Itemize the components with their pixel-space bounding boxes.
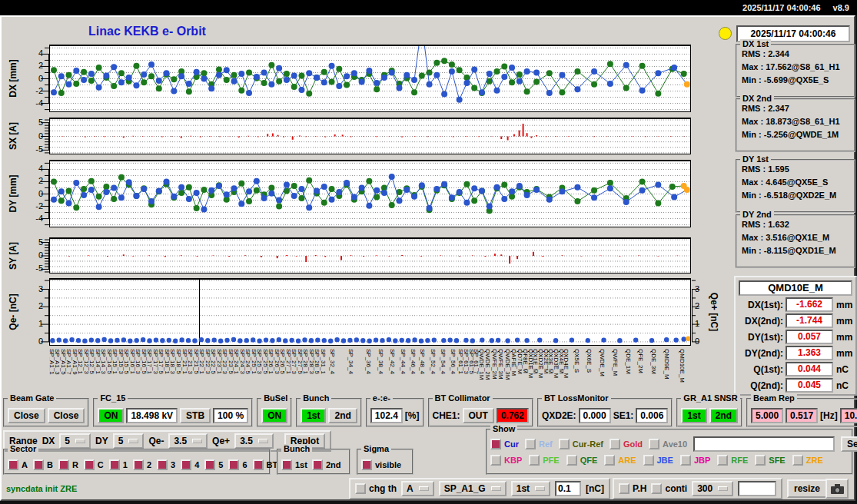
snsr-2nd-button[interactable]: 2nd [709,408,738,423]
checkbox-label: 3 [171,460,175,469]
monitor-value: 0.057 [786,330,833,344]
monitor-row: DX(2nd):-1.744mm [736,313,853,328]
stat-min: Min : -5.256@QWDE_1M [742,130,854,139]
stat-min: Min : -6.518@QXD2E_M [742,191,854,200]
busel-title: BuSel [261,393,290,403]
checkbox-ave10[interactable]: Ave10 [649,439,687,449]
checkbox-pfe[interactable]: PFE [529,455,559,466]
checkbox-label: JBE [657,456,673,465]
bunch-select-group: Bunch 1st 2nd [296,398,362,427]
checkbox-5[interactable]: 5 [204,459,223,470]
checkbox-1st[interactable]: 1st [281,459,307,470]
y-axis-label: SX [A] [2,118,25,154]
checkbox-jbe[interactable]: JBE [643,455,673,466]
optionmenu-indicator-icon [535,486,545,491]
bt-collimator-group: BT Collimator CHE1: OUT 0.762 [428,398,533,427]
y-axis-tick: 4 [23,48,43,58]
checkbox-indicator-icon [792,455,803,466]
count-select[interactable]: 300 [692,481,733,496]
conti-label: conti [665,483,687,494]
ee-ratio-title: e-:e- [370,393,393,403]
se1-label: SE1: [613,410,634,421]
checkbox-indicator-icon [355,483,366,494]
checkbox-label: KBP [504,456,522,465]
monitor-row-label: Q(2nd): [736,380,783,391]
checkbox-6[interactable]: 6 [228,459,247,470]
x-axis-label: QDE_1M [625,349,632,374]
busel-on-button[interactable]: ON [261,408,287,423]
checkbox-conti[interactable]: conti [651,483,687,494]
monitor-value: -1.744 [786,313,833,328]
ref-file-input[interactable] [693,436,835,452]
set-ref-button[interactable]: Set Ref [841,436,857,452]
checkbox-c[interactable]: C [84,459,104,470]
snapshot-button[interactable] [825,479,849,499]
bunch-order-select[interactable]: 1st [511,481,550,496]
fc15-on-button[interactable]: ON [98,408,124,423]
checkbox-kbp[interactable]: KBP [490,455,522,466]
checkbox-zre[interactable]: ZRE [792,455,823,466]
count-input[interactable] [738,481,776,496]
acquisition-panel: P.H conti 300 [613,478,782,499]
titlebar-datetime: 2025/11/17 04:00:46 [742,3,821,12]
checkbox-jbp[interactable]: JBP [680,455,710,466]
checkbox-1[interactable]: 1 [109,459,128,470]
range-dy-select[interactable]: 5 [113,433,144,449]
checkbox-chg-th[interactable]: chg th [355,483,397,494]
checkbox-sfe[interactable]: SFE [755,455,785,466]
beam-gate-close2-button[interactable]: Close [48,408,85,423]
ee-ratio-group: e-:e- 102.4 [%] [366,398,424,427]
che1-out-button[interactable]: OUT [463,408,494,423]
y-axis-label-right: Qe+ [nC] [706,278,722,346]
x-axis-label: QWDE_M [599,349,606,376]
checkbox-b[interactable]: B [33,459,53,470]
fc15-stb-button[interactable]: STB [180,408,211,423]
checkbox-rfe[interactable]: RFE [717,455,748,466]
stat-box-title: DX 1st [740,39,771,48]
bunch-1st-button[interactable]: 1st [301,408,326,423]
plot-area-dx [49,45,691,112]
checkbox-qfe[interactable]: QFE [566,455,598,466]
checkbox-gold[interactable]: Gold [610,439,643,449]
checkbox-2[interactable]: 2 [133,459,151,470]
stat-box-dy-1st: DY 1stRMS : 1.595Max : 4.645@QX5E_SMin :… [736,159,855,213]
checkbox-ph[interactable]: P.H [619,483,646,494]
y-axis-tick: 3 [23,284,43,293]
checkbox-bt[interactable]: BT [253,459,278,470]
checkbox-are[interactable]: ARE [604,455,636,466]
checkbox-label: R [72,460,78,469]
range-qem-select[interactable]: 3.5 [168,433,208,449]
x-axis-label: QFE_2M [637,349,644,373]
beam-gate-close1-button[interactable]: Close [8,408,45,423]
threshold-panel: chg th A SP_A1_G 1st [nC] [349,478,610,499]
checkbox-r[interactable]: R [58,459,78,470]
checkbox-ref[interactable]: Ref [525,439,553,449]
checkbox-3[interactable]: 3 [157,459,175,470]
sector-a-select[interactable]: A [401,481,434,496]
x-axis-label: SP_32_4 [329,349,336,374]
checkbox-cur[interactable]: Cur [490,439,519,449]
resize-button[interactable]: resize [787,479,827,498]
monitor-row-label: DX(1st): [736,300,783,310]
checkbox-label: ZRE [806,456,823,465]
checkbox-a[interactable]: A [8,459,28,470]
bpm-select[interactable]: SP_A1_G [439,481,507,496]
monitor-unit: nC [836,380,849,391]
checkbox-indicator-icon [312,459,323,470]
checkbox-4[interactable]: 4 [181,459,199,470]
monitor-unit: mm [836,348,852,359]
checkbox-label: Gold [623,439,643,449]
checkbox-indicator-icon [253,459,264,470]
range-qep-select[interactable]: 3.5 [234,433,274,449]
bunch-2nd-button[interactable]: 2nd [328,408,357,423]
checkbox-cur-ref[interactable]: Cur-Ref [559,439,603,449]
y-axis-tick: -4 [23,214,43,223]
snsr-1st-button[interactable]: 1st [681,408,706,423]
checkbox-label: A [22,460,28,469]
monitor-row-label: DY(1st): [736,332,783,343]
x-axis-label: SP_44_4 [400,349,407,374]
threshold-input[interactable] [555,481,581,496]
checkbox-2nd[interactable]: 2nd [312,459,341,470]
range-dx-select[interactable]: 5 [59,433,91,449]
checkbox-visible[interactable]: visible [361,459,401,470]
